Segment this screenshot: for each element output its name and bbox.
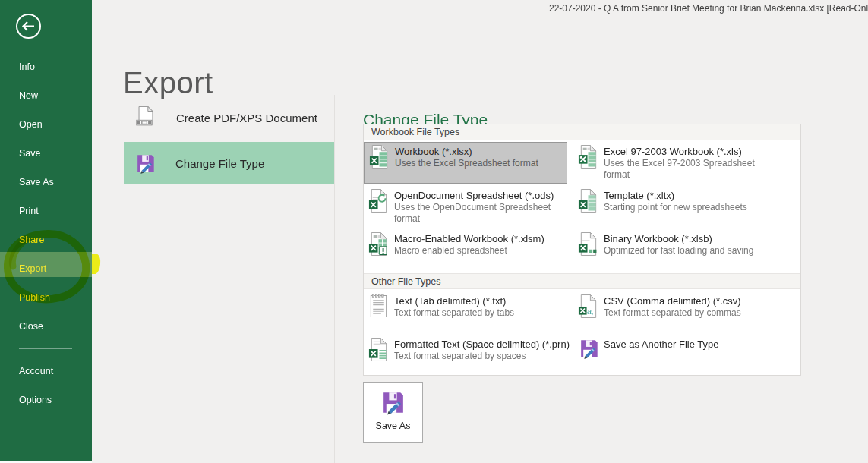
file-type-desc: Optimized for fast loading and saving [604,245,772,257]
file-type-tile-xltx[interactable]: Template (*.xltx) Starting point for new… [573,187,777,230]
sidebar-separator [19,348,72,349]
file-type-title: Workbook (*.xlsx) [395,143,567,158]
file-type-tile-csv[interactable]: CSV (Comma delimited) (*.csv) Text forma… [573,292,777,330]
export-option-change-file-type[interactable]: Change File Type [124,142,334,184]
export-option-label: Change File Type [175,157,264,170]
export-option-create-pdf-xps[interactable]: Create PDF/XPS Document [124,99,334,137]
section-header-workbook-file-types: Workbook File Types [364,124,800,140]
sidebar-item-new[interactable]: New [19,90,38,102]
sidebar-item-export[interactable]: Export [19,263,46,275]
file-type-desc: Starting point for new spreadsheets [604,202,772,213]
pdf-xps-document-icon [134,106,158,130]
csv-file-icon [577,294,599,319]
file-type-tile-xlsx[interactable]: Workbook (*.xlsx) Uses the Excel Spreads… [364,142,567,184]
backstage-sidebar: Info New Open Save Save As Print Share E… [0,0,92,461]
back-arrow-icon [14,12,43,40]
sidebar-item-info[interactable]: Info [19,61,35,73]
file-type-tile-prn[interactable]: Formatted Text (Space delimited) (*.prn)… [364,335,567,373]
floppy-pencil-icon [379,389,407,417]
file-type-desc: Uses the OpenDocument Spreadsheet format [394,202,557,225]
sidebar-item-publish[interactable]: Publish [19,291,50,304]
file-type-desc: Text format separated by tabs [394,307,563,319]
file-type-tile-xlsm[interactable]: Macro-Enabled Workbook (*.xlsm) Macro en… [364,230,567,268]
sidebar-item-account[interactable]: Account [19,365,53,377]
sidebar-item-close[interactable]: Close [19,320,43,332]
sidebar-item-save[interactable]: Save [19,147,41,159]
template-icon [577,188,599,213]
excel-97-2003-workbook-icon [577,144,599,169]
save-as-button[interactable]: Save As [363,382,423,443]
file-type-title: OpenDocument Spreadsheet (*.ods) [394,187,567,202]
panel-divider [334,95,335,463]
file-type-tile-xlsb[interactable]: Binary Workbook (*.xlsb) Optimized for f… [573,230,777,268]
file-type-title: CSV (Comma delimited) (*.csv) [604,292,777,307]
file-type-title: Formatted Text (Space delimited) (*.prn) [394,335,567,351]
file-type-desc: Text format separated by commas [604,307,772,319]
formatted-text-icon [368,337,390,362]
back-button[interactable] [14,12,43,40]
macro-enabled-workbook-icon [368,232,390,257]
binary-workbook-icon [577,232,599,257]
file-type-title: Text (Tab delimited) (*.txt) [394,292,567,307]
page-title: Export [123,66,213,100]
file-type-desc: Macro enabled spreadsheet [394,245,563,257]
excel-backstage-export: { "titlebar": { "document_title": "22-07… [0,0,868,463]
sidebar-item-save-as[interactable]: Save As [19,176,54,188]
sidebar-item-share[interactable]: Share [19,234,44,246]
file-type-desc: Uses the Excel 97-2003 Spreadsheet forma… [604,158,772,181]
save-as-button-label: Save As [364,420,422,431]
file-type-tile-save-as-another[interactable]: Save as Another File Type [573,335,777,373]
floppy-pencil-icon [134,152,157,175]
file-type-tile-txt[interactable]: Text (Tab delimited) (*.txt) Text format… [364,292,567,330]
sidebar-item-print[interactable]: Print [19,205,39,217]
sidebar-item-options[interactable]: Options [19,394,52,406]
sidebar-item-open[interactable]: Open [19,118,43,131]
file-type-list: Workbook File Types Workbook (*.xlsx) Us… [363,124,801,376]
file-type-tile-xls[interactable]: Excel 97-2003 Workbook (*.xls) Uses the … [573,143,777,183]
opendocument-spreadsheet-icon [368,188,390,213]
file-type-tile-ods[interactable]: OpenDocument Spreadsheet (*.ods) Uses th… [364,187,567,230]
file-type-title: Binary Workbook (*.xlsb) [604,230,777,245]
floppy-pencil-icon [577,337,601,361]
window-title: 22-07-2020 - Q A from Senior Brief Meeti… [549,3,868,14]
file-type-title: Template (*.xltx) [604,187,777,202]
section-header-other-file-types: Other File Types [364,273,800,289]
text-file-icon [368,294,390,319]
file-type-title: Macro-Enabled Workbook (*.xlsm) [394,230,567,245]
file-type-title: Excel 97-2003 Workbook (*.xls) [604,143,777,158]
file-type-title: Save as Another File Type [604,335,777,351]
export-option-label: Create PDF/XPS Document [176,112,317,124]
file-type-desc: Text format separated by spaces [394,351,563,362]
excel-workbook-icon [368,144,390,169]
file-type-desc: Uses the Excel Spreadsheet format [395,158,563,169]
